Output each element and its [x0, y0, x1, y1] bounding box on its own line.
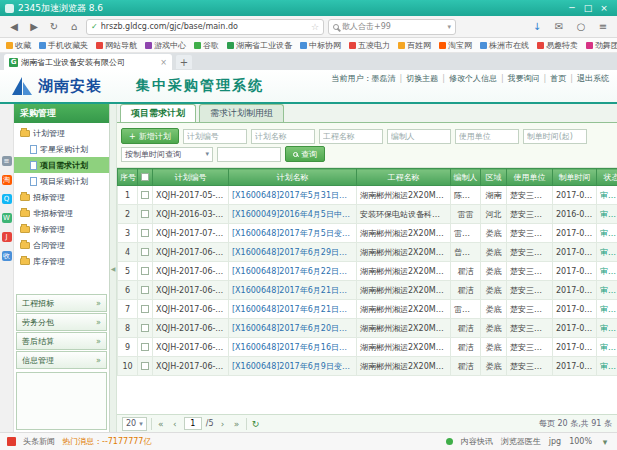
- column-header[interactable]: 区域: [481, 169, 507, 186]
- header-link[interactable]: 修改个人信息: [449, 73, 497, 84]
- accordion-panel[interactable]: 信息管理»: [16, 351, 107, 369]
- sidebar-item[interactable]: 项目采购计划: [14, 173, 109, 189]
- table-row[interactable]: 10XQJH-2017-06-00[X1600648]2017年6月9日变更流源…: [118, 357, 617, 376]
- plan-no-cell[interactable]: XQJH-2016-03-00: [153, 205, 229, 224]
- filter-input[interactable]: [455, 129, 519, 144]
- row-checkbox[interactable]: [141, 229, 149, 237]
- plan-no-cell[interactable]: XQJH-2017-06-00: [153, 243, 229, 262]
- table-row[interactable]: 5XQJH-2017-06-00[X1600648]2017年6月22日变更流源…: [118, 262, 617, 281]
- sidebar-header-procurement[interactable]: 采购管理: [14, 104, 109, 123]
- row-checkbox[interactable]: [141, 324, 149, 332]
- table-row[interactable]: 7XQJH-2017-06-00[X1600648]2017年6月21日变更流源…: [118, 300, 617, 319]
- table-row[interactable]: 3XQJH-2017-07-00[X1600648]2017年7月5日变更流源七…: [118, 224, 617, 243]
- header-link[interactable]: 切换主题: [406, 73, 438, 84]
- row-checkbox[interactable]: [141, 267, 149, 275]
- bookmark-item[interactable]: 游戏中心: [145, 40, 186, 51]
- plan-name-cell[interactable]: [X1600648]2017年6月9日变更流源七星变光伏电站38MW组件需求计划: [229, 357, 357, 376]
- first-page-button[interactable]: «: [156, 419, 166, 429]
- search-dropdown-icon[interactable]: ▾: [447, 23, 451, 31]
- table-row[interactable]: 2XQJH-2016-03-00[X1600049]2016年4月5日中标项目设…: [118, 205, 617, 224]
- back-button[interactable]: ◀: [6, 19, 22, 35]
- status-item[interactable]: 100%: [569, 437, 592, 446]
- column-header[interactable]: 制单时间: [553, 169, 597, 186]
- search-input[interactable]: 散人合击+99 ▾: [328, 19, 456, 35]
- table-row[interactable]: 9XQJH-2017-06-00[X1600648]2017年6月16日变更流源…: [118, 338, 617, 357]
- download-icon[interactable]: ↓: [529, 19, 545, 35]
- page-input[interactable]: [184, 417, 202, 430]
- sidebar-item[interactable]: 招标管理: [14, 189, 109, 205]
- bookmark-item[interactable]: 五凌电力: [349, 40, 390, 51]
- header-link[interactable]: 我要询问: [508, 73, 540, 84]
- plan-name-cell[interactable]: [X1600049]2016年4月5日中标项目设备材料需求计划: [229, 205, 357, 224]
- plan-no-cell[interactable]: XQJH-2017-07-00: [153, 224, 229, 243]
- page-size-select[interactable]: 20 ▾: [122, 417, 147, 431]
- row-checkbox[interactable]: [141, 210, 149, 218]
- filter-input[interactable]: [387, 129, 451, 144]
- plan-name-cell[interactable]: [X1600648]2017年6月20日变更流源七星变光伏电站38MW组件需求计…: [229, 319, 357, 338]
- column-header[interactable]: 序号: [118, 169, 138, 186]
- bookmark-item[interactable]: 劲舞团: [586, 40, 617, 51]
- row-checkbox[interactable]: [141, 191, 149, 199]
- plan-no-cell[interactable]: XQJH-2017-06-00: [153, 338, 229, 357]
- plan-name-cell[interactable]: [X1600648]2017年6月16日变更流源七星变光伏电站38MW组件需求计…: [229, 338, 357, 357]
- news-label[interactable]: 头条新闻: [23, 436, 55, 447]
- status-item[interactable]: jpg: [549, 437, 561, 446]
- last-page-button[interactable]: »: [232, 419, 242, 429]
- bookmark-item[interactable]: 手机收藏夹: [39, 40, 88, 51]
- forward-button[interactable]: ▶: [26, 19, 42, 35]
- qq-icon[interactable]: Q: [2, 194, 12, 204]
- bookmark-item[interactable]: 淘宝网: [439, 40, 472, 51]
- plan-name-cell[interactable]: [X1600648]2017年5月31日大唐流源七星变光伏电站38MW组件需求计…: [229, 186, 357, 205]
- column-header[interactable]: 计划编号: [153, 169, 229, 186]
- plan-name-cell[interactable]: [X1600648]2017年6月29日变更流源七星变光伏电站38MW组件需求计…: [229, 243, 357, 262]
- bookmark-item[interactable]: 网站导航: [96, 40, 137, 51]
- hot-news-ticker[interactable]: 热门消息：--7177777亿: [62, 436, 151, 447]
- wechat-icon[interactable]: W: [2, 213, 12, 223]
- table-row[interactable]: 1XQJH-2017-05-00[X1600648]2017年5月31日大唐流源…: [118, 186, 617, 205]
- sidebar-item[interactable]: 合同管理: [14, 237, 109, 253]
- collect-icon[interactable]: 收: [2, 251, 12, 261]
- sidebar-item[interactable]: 项目需求计划: [14, 157, 109, 173]
- bookmark-item[interactable]: 谷歌: [194, 40, 219, 51]
- favorites-icon[interactable]: ≡: [2, 156, 12, 166]
- grid-refresh-button[interactable]: ↻: [251, 419, 261, 429]
- home-button[interactable]: ⌂: [66, 19, 82, 35]
- zoom-dropdown-icon[interactable]: ▾: [600, 437, 610, 447]
- menu-icon[interactable]: ≡: [595, 19, 611, 35]
- filter-input[interactable]: [319, 129, 383, 144]
- header-link[interactable]: 首页: [550, 73, 566, 84]
- user-icon[interactable]: ○: [573, 19, 589, 35]
- accordion-panel[interactable]: 工程招标»: [16, 294, 107, 312]
- taobao-icon[interactable]: 淘: [2, 175, 12, 185]
- plan-no-cell[interactable]: XQJH-2017-06-00: [153, 262, 229, 281]
- bookmark-item[interactable]: 湖南省工业设备: [227, 40, 292, 51]
- plan-no-cell[interactable]: XQJH-2017-05-00: [153, 186, 229, 205]
- bookmark-item[interactable]: 株洲市在线: [480, 40, 529, 51]
- column-header[interactable]: 编制人: [451, 169, 481, 186]
- column-header[interactable]: 工程名称: [357, 169, 451, 186]
- column-header[interactable]: 计划名称: [229, 169, 357, 186]
- plan-name-cell[interactable]: [X1600648]2017年6月22日变更流源七星变光伏电站38MW组件需求计…: [229, 262, 357, 281]
- bookmark-item[interactable]: 易趣特卖: [537, 40, 578, 51]
- maximize-button[interactable]: □: [580, 2, 596, 14]
- new-tab-button[interactable]: +: [176, 55, 192, 69]
- plan-name-cell[interactable]: [X1600648]2017年6月21日变更流源七星变光伏电站38MW光伏组件需…: [229, 300, 357, 319]
- time-range-select[interactable]: 按制单时间查询 ▾: [121, 147, 213, 162]
- bookmark-item[interactable]: 中标协网: [300, 40, 341, 51]
- column-header[interactable]: 状态: [597, 169, 617, 186]
- bookmark-item[interactable]: 收藏: [6, 40, 31, 51]
- add-plan-button[interactable]: + 新增计划: [121, 128, 179, 144]
- row-checkbox[interactable]: [141, 286, 149, 294]
- browser-tab[interactable]: G 湖南省工业设备安装有限公司 ×: [4, 54, 172, 70]
- refresh-button[interactable]: ↻: [46, 19, 62, 35]
- plan-no-cell[interactable]: XQJH-2017-06-00: [153, 357, 229, 376]
- accordion-panel[interactable]: 劳务分包»: [16, 313, 107, 331]
- row-checkbox[interactable]: [141, 305, 149, 313]
- row-checkbox[interactable]: [141, 248, 149, 256]
- sidebar-item[interactable]: 计划管理: [14, 125, 109, 141]
- bookmark-item[interactable]: 百姓网: [398, 40, 431, 51]
- plan-name-cell[interactable]: [X1600648]2017年7月5日变更流源七星变光伏电站38MW光伏组件需求…: [229, 224, 357, 243]
- row-checkbox[interactable]: [141, 362, 149, 370]
- row-checkbox[interactable]: [141, 343, 149, 351]
- sidebar-item[interactable]: 非招标管理: [14, 205, 109, 221]
